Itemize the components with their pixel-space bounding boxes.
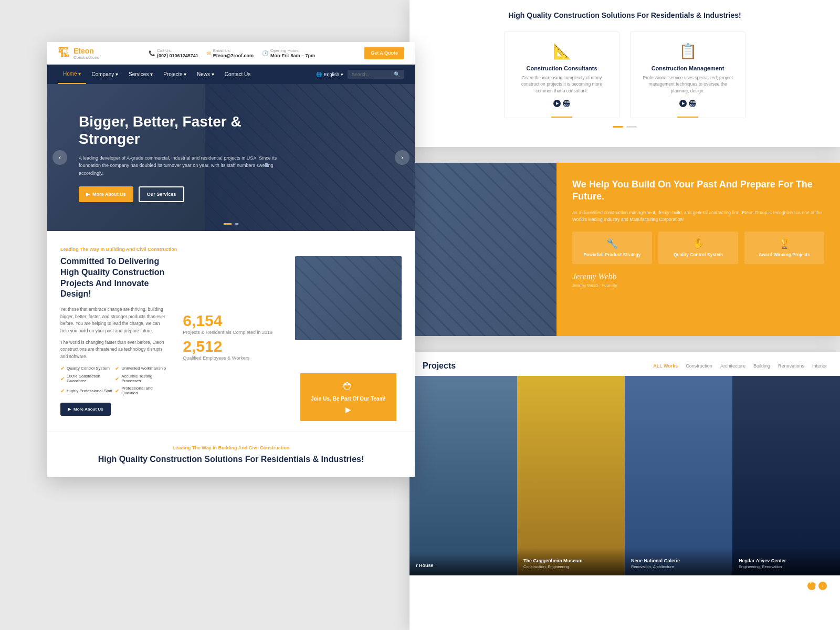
tr-dot-2[interactable] (626, 126, 637, 128)
project-img-3: Neue National Galerie Renovation, Archit… (625, 376, 732, 575)
project-bg-3 (625, 376, 732, 575)
project-bg-2 (517, 376, 625, 575)
project-name-2: The Guggenheim Museum (523, 558, 618, 563)
about-btn-label: More About Us (74, 407, 103, 412)
employees-label: Qualified Employees & Workers (183, 355, 279, 361)
search-box: 🔍 (348, 70, 404, 79)
projects-footer: Explore All Projects › (410, 575, 840, 596)
stat-projects: 6,154 Projects & Residentials Completed … (183, 312, 279, 335)
founder-name: Jeremy Webb - Founder (572, 283, 824, 288)
about-desc1: Yet those that embrace change are thrivi… (60, 306, 167, 334)
project-img-1: r House (410, 376, 517, 575)
email-contact: ✉ Email Us: Eteon@7roof.com (207, 48, 254, 58)
yellow-panel-content: We Help You Build On Your Past And Prepa… (556, 163, 840, 336)
navbar: Home ▾ Company ▾ Services ▾ Projects ▾ N… (47, 65, 415, 84)
hero-next-button[interactable]: › (395, 150, 410, 165)
tab-architecture[interactable]: Architecture (720, 363, 746, 369)
logo-icon: 🏗 (58, 46, 69, 60)
more-about-us-button[interactable]: ▶ More About Us (79, 186, 133, 202)
nav-contact[interactable]: Contact Us (219, 65, 256, 84)
tab-all-works[interactable]: ALL Works (653, 363, 678, 369)
about-construction-image (295, 256, 402, 340)
consultants-icon: 📐 (515, 43, 608, 60)
feature-product-strategy: 🔧 Powerfull Product Strategy (572, 232, 652, 264)
project-cat-3: Renovation, Architecture (631, 564, 726, 569)
about-btn-icon: ▶ (68, 407, 71, 412)
logo-name: Eteon (74, 47, 99, 55)
nav-projects[interactable]: Projects ▾ (158, 65, 192, 84)
lang-chevron: ▾ (341, 72, 343, 77)
project-name-3: Neue National Galerie (631, 558, 726, 563)
project-bg-4 (732, 376, 840, 575)
about-more-button[interactable]: ▶ More About Us (60, 403, 111, 416)
call-label: Call Us: (157, 48, 198, 53)
hero-section: Bigger, Better, Faster & Stronger A lead… (47, 84, 415, 231)
hero-prev-button[interactable]: ‹ (52, 150, 67, 165)
bottom-tag-label: Leading The Way In Building And Civil Co… (60, 445, 402, 450)
logo-text-block: Eteon Constructions (74, 47, 99, 60)
check-label-2: Unrivalled workmanship (121, 366, 166, 371)
yellow-panel-image (410, 163, 556, 336)
nav-news[interactable]: News ▾ (192, 65, 219, 84)
nav-services[interactable]: Services ▾ (123, 65, 158, 84)
project-cat-2: Construction, Engineering (523, 564, 618, 569)
founder-signature: Jeremy Webb (572, 272, 824, 281)
quality-control-title: Quality Control System (665, 252, 732, 258)
email-label: Email Us: (213, 48, 254, 53)
project-overlay-2: The Guggenheim Museum Construction, Engi… (517, 548, 625, 575)
explore-arrow-icon: › (818, 582, 827, 590)
yellow-panel-features: 🔧 Powerfull Product Strategy ✋ Quality C… (572, 232, 824, 264)
tab-renovations[interactable]: Renovations (778, 363, 804, 369)
check-icon-3: ✔ (60, 376, 65, 382)
management-read-more[interactable]: ▶ Read More (641, 100, 734, 107)
quality-control-icon: ✋ (665, 238, 732, 249)
about-section: Leading The Way In Building And Civil Co… (47, 231, 415, 432)
check-label-5: Highly Professional Staff (67, 388, 112, 393)
check-icon-6: ✔ (115, 388, 119, 394)
hours-info: Opening Hours: Mon-Fri: 8am – 7pm (270, 48, 315, 58)
topbar: 🏗 Eteon Constructions 📞 Call Us: (002) 0… (47, 42, 415, 65)
hours-label: Opening Hours: (270, 48, 315, 53)
phone-info: Call Us: (002) 01061245741 (157, 48, 198, 58)
helmet-icon: ⛑ (308, 381, 389, 393)
about-tag: Leading The Way In Building And Civil Co… (60, 247, 402, 252)
tr-dots (425, 126, 824, 128)
nav-company[interactable]: Company ▾ (86, 65, 123, 84)
join-arrow-icon[interactable]: ▶ (308, 405, 389, 414)
feature-quality-control: ✋ Quality Control System (658, 232, 738, 264)
search-input[interactable] (352, 72, 394, 77)
hero-description: A leading developer of A-grade commercia… (79, 154, 278, 177)
product-strategy-title: Powerfull Product Strategy (579, 252, 646, 258)
get-quote-button[interactable]: Get A Quote (364, 47, 404, 59)
consultants-read-more[interactable]: ▶ Read More (515, 100, 608, 107)
check-icon-1: ✔ (60, 365, 65, 371)
check-item-2: ✔Unrivalled workmanship (115, 365, 167, 371)
check-label-3: 100% Satisfaction Guarantee (67, 374, 112, 383)
language-selector[interactable]: 🌐 English ▾ (316, 72, 343, 77)
tab-building[interactable]: Building (753, 363, 770, 369)
phone-icon: 📞 (149, 50, 155, 56)
explore-all-button[interactable]: Explore All Projects › (423, 582, 827, 590)
hero-content: Bigger, Better, Faster & Stronger A lead… (79, 113, 278, 202)
nav-right: 🌐 English ▾ 🔍 (316, 70, 404, 79)
hero-dot-1[interactable] (224, 223, 232, 225)
tab-construction[interactable]: Construction (686, 363, 712, 369)
project-overlay-3: Neue National Galerie Renovation, Archit… (625, 548, 732, 575)
our-services-button[interactable]: Our Services (139, 186, 185, 202)
join-team-card: ⛑ Join Us, Be Part Of Our Team! ▶ (300, 373, 396, 421)
service-card-consultants: 📐 Construction Consultants Given the inc… (504, 32, 620, 118)
projects-header: Projects ALL Works Construction Architec… (410, 352, 840, 376)
hero-dot-2[interactable] (235, 223, 239, 225)
about-grid: Committed To Delivering High Quality Con… (60, 256, 402, 416)
search-icon[interactable]: 🔍 (394, 71, 400, 77)
nav-home[interactable]: Home ▾ (58, 65, 86, 84)
logo-area: 🏗 Eteon Constructions (58, 46, 99, 60)
check-item-5: ✔Highly Professional Staff (60, 386, 112, 395)
top-right-panel: High Quality Construction Solutions For … (410, 0, 840, 147)
email-icon: ✉ (207, 50, 211, 56)
about-image-column: ⛑ Join Us, Be Part Of Our Team! ▶ (295, 256, 402, 416)
tab-interior[interactable]: Interior (812, 363, 827, 369)
projects-label: Projects & Residentials Completed in 201… (183, 330, 279, 335)
award-winning-icon: 🏆 (751, 238, 818, 249)
tr-dot-1[interactable] (613, 126, 623, 128)
